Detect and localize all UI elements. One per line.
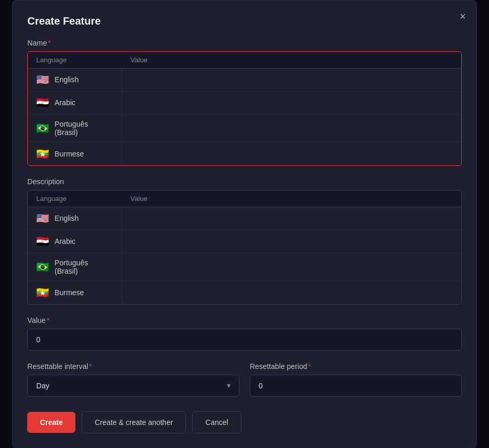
modal-title: Create Feature xyxy=(27,15,461,27)
name-english-row: 🇺🇸 English xyxy=(28,69,461,92)
name-burmese-label: Burmese xyxy=(54,150,84,158)
desc-arabic-row: 🇪🇬 Arabic xyxy=(28,230,461,253)
desc-english-row: 🇺🇸 English xyxy=(28,207,461,230)
desc-portuguese-label: Português (Brasil) xyxy=(54,259,113,275)
name-lang-col-header: Language xyxy=(36,56,130,64)
create-another-button[interactable]: Create & create another xyxy=(82,411,186,433)
desc-arabic-input[interactable] xyxy=(130,232,452,251)
resettable-interval-wrapper: Day Week Month Year Never ▼ xyxy=(27,375,239,397)
resettable-period-label: Resettable period* xyxy=(250,362,462,371)
resettable-interval-select[interactable]: Day Week Month Year Never xyxy=(27,375,239,397)
name-english-label: English xyxy=(54,75,79,84)
desc-burmese-input[interactable] xyxy=(130,283,452,302)
desc-eg-flag-icon: 🇪🇬 xyxy=(36,236,49,247)
description-label: Description xyxy=(27,177,461,186)
name-portuguese-value-cell xyxy=(122,119,461,138)
description-language-table: Language Value 🇺🇸 English 🇪🇬 Arabi xyxy=(27,190,461,305)
cancel-button[interactable]: Cancel xyxy=(192,411,241,433)
name-language-table: Language Value 🇺🇸 English 🇪🇬 xyxy=(27,51,461,166)
desc-english-input[interactable] xyxy=(130,209,452,228)
create-feature-modal: × Create Feature Name* Language Value 🇺🇸… xyxy=(12,0,476,448)
name-portuguese-input[interactable] xyxy=(130,119,452,138)
desc-english-value-cell xyxy=(122,209,461,228)
name-arabic-value-cell xyxy=(122,93,461,112)
name-english-input[interactable] xyxy=(130,70,452,89)
name-burmese-input[interactable] xyxy=(130,144,452,163)
name-portuguese-label: Português (Brasil) xyxy=(54,120,113,137)
value-required-marker: * xyxy=(47,316,49,324)
resettable-interval-label: Resettable interval* xyxy=(27,362,239,371)
desc-br-flag-icon: 🇧🇷 xyxy=(36,262,49,272)
desc-us-flag-icon: 🇺🇸 xyxy=(36,213,49,223)
close-button[interactable]: × xyxy=(458,9,468,24)
us-flag-icon: 🇺🇸 xyxy=(36,74,49,85)
name-arabic-lang-cell: 🇪🇬 Arabic xyxy=(28,92,122,113)
name-table-header: Language Value xyxy=(28,52,461,69)
button-row: Create Create & create another Cancel xyxy=(27,411,461,433)
desc-burmese-row: 🇲🇲 Burmese xyxy=(28,281,461,304)
desc-english-label: English xyxy=(54,214,79,222)
name-burmese-row: 🇲🇲 Burmese xyxy=(28,142,461,165)
name-portuguese-row: 🇧🇷 Português (Brasil) xyxy=(28,115,461,142)
name-value-col-header: Value xyxy=(130,56,452,64)
description-table-header: Language Value xyxy=(28,191,461,207)
name-label: Name* xyxy=(27,39,461,47)
name-english-lang-cell: 🇺🇸 English xyxy=(28,69,122,90)
desc-mm-flag-icon: 🇲🇲 xyxy=(36,287,49,298)
desc-burmese-label: Burmese xyxy=(54,288,84,297)
value-input[interactable] xyxy=(27,329,461,351)
name-english-value-cell xyxy=(122,70,461,89)
interval-required-marker: * xyxy=(89,362,92,371)
name-arabic-label: Arabic xyxy=(54,98,75,107)
name-required-marker: * xyxy=(48,39,51,47)
br-flag-icon: 🇧🇷 xyxy=(36,123,49,133)
desc-burmese-value-cell xyxy=(122,283,461,302)
desc-portuguese-row: 🇧🇷 Português (Brasil) xyxy=(28,253,461,281)
desc-arabic-value-cell xyxy=(122,232,461,251)
eg-flag-icon: 🇪🇬 xyxy=(36,97,49,108)
period-required-marker: * xyxy=(308,362,311,371)
name-portuguese-lang-cell: 🇧🇷 Português (Brasil) xyxy=(28,115,122,142)
name-burmese-value-cell xyxy=(122,144,461,163)
desc-lang-col-header: Language xyxy=(36,195,130,203)
name-arabic-input[interactable] xyxy=(130,93,452,112)
mm-flag-icon: 🇲🇲 xyxy=(36,149,49,159)
desc-arabic-label: Arabic xyxy=(54,237,75,245)
desc-arabic-lang-cell: 🇪🇬 Arabic xyxy=(28,231,122,252)
name-burmese-lang-cell: 🇲🇲 Burmese xyxy=(28,143,122,164)
value-label: Value* xyxy=(27,316,461,324)
create-button[interactable]: Create xyxy=(27,412,75,433)
desc-english-lang-cell: 🇺🇸 English xyxy=(28,208,122,229)
desc-burmese-lang-cell: 🇲🇲 Burmese xyxy=(28,282,122,303)
name-arabic-row: 🇪🇬 Arabic xyxy=(28,92,461,115)
desc-portuguese-input[interactable] xyxy=(130,257,452,276)
resettable-period-input[interactable] xyxy=(250,375,462,397)
desc-portuguese-lang-cell: 🇧🇷 Português (Brasil) xyxy=(28,253,122,281)
desc-portuguese-value-cell xyxy=(122,257,461,276)
desc-value-col-header: Value xyxy=(130,195,452,203)
